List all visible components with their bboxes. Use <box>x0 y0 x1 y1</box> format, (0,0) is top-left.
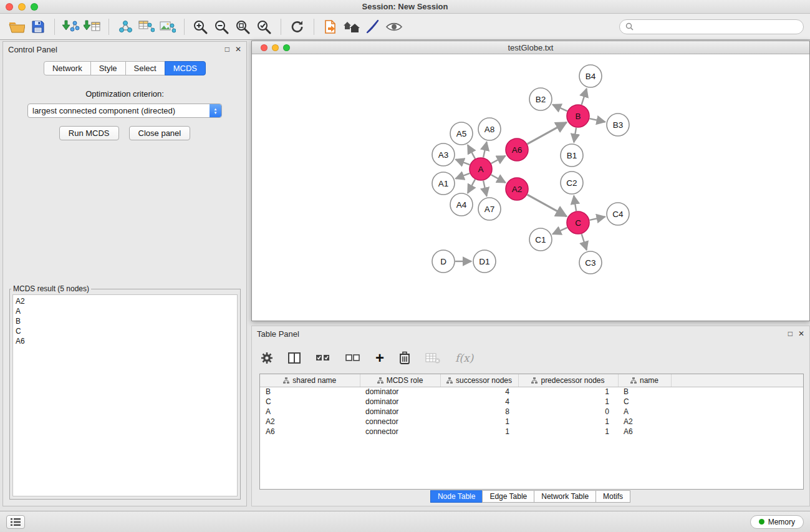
table-row[interactable]: A2connector11A2 <box>260 417 804 427</box>
network-edge[interactable] <box>590 216 605 220</box>
network-edge[interactable] <box>528 195 567 216</box>
zoom-window-icon[interactable] <box>31 3 38 11</box>
zoom-selected-button[interactable] <box>254 17 275 37</box>
node-table[interactable]: shared nameMCDS rolesuccessor nodesprede… <box>259 374 804 490</box>
network-edge[interactable] <box>456 173 470 179</box>
network-edge[interactable] <box>456 160 470 165</box>
network-node[interactable]: B <box>567 105 589 127</box>
table-cell[interactable]: 0 <box>518 407 618 417</box>
network-edge[interactable] <box>483 142 486 158</box>
table-cell[interactable]: A <box>260 407 360 417</box>
memory-button[interactable]: Memory <box>750 515 804 529</box>
tab-node-table[interactable]: Node Table <box>430 490 483 503</box>
table-cell[interactable]: 1 <box>518 387 618 397</box>
column-header[interactable]: name <box>618 374 671 387</box>
minimize-network-icon[interactable] <box>272 44 279 51</box>
result-item[interactable]: B <box>16 316 234 326</box>
network-node[interactable]: D1 <box>473 250 496 273</box>
table-cell[interactable]: 1 <box>518 397 618 407</box>
network-graph[interactable]: B4B2BB3A8A5A6A3B1AC2A1A2A4A7C4CC1C3DD1 <box>252 55 809 321</box>
column-header[interactable]: successor nodes <box>440 374 518 387</box>
close-panel-button[interactable]: Close panel <box>129 126 191 140</box>
table-cell[interactable]: 8 <box>440 407 518 417</box>
close-window-icon[interactable] <box>6 3 13 11</box>
run-mcds-button[interactable]: Run MCDS <box>59 126 119 140</box>
network-edge[interactable] <box>483 181 486 196</box>
table-settings-button[interactable] <box>261 352 273 364</box>
network-edge[interactable] <box>528 122 567 144</box>
home-button[interactable] <box>341 17 362 37</box>
close-network-icon[interactable] <box>261 44 268 51</box>
network-node[interactable]: B2 <box>529 88 552 110</box>
result-item[interactable]: C <box>16 326 234 336</box>
tab-mcds[interactable]: MCDS <box>165 61 206 75</box>
table-cell[interactable]: dominator <box>360 407 440 417</box>
export-document-button[interactable] <box>320 17 341 37</box>
close-panel-icon[interactable]: ✕ <box>235 45 241 54</box>
paint-style-button[interactable] <box>362 17 383 37</box>
table-cell[interactable]: 4 <box>440 397 518 407</box>
deselect-all-button[interactable] <box>345 353 360 363</box>
network-node[interactable]: C <box>567 211 589 234</box>
table-cell[interactable]: A2 <box>618 417 671 427</box>
network-node[interactable]: A8 <box>478 118 501 140</box>
mcds-result-list[interactable]: A2ABCA6 <box>12 294 238 496</box>
network-edge[interactable] <box>468 145 475 158</box>
table-cell[interactable]: connector <box>360 427 440 437</box>
zoom-network-icon[interactable] <box>283 44 290 51</box>
new-network-button[interactable] <box>115 17 136 37</box>
table-cell[interactable]: dominator <box>360 387 440 397</box>
zoom-out-button[interactable] <box>211 17 233 37</box>
table-cell[interactable]: 1 <box>518 417 618 427</box>
result-item[interactable]: A6 <box>16 336 234 346</box>
open-file-button[interactable] <box>6 17 27 37</box>
table-cell[interactable]: 1 <box>518 427 618 437</box>
network-node[interactable]: C2 <box>561 172 583 194</box>
search-input[interactable] <box>637 22 798 31</box>
table-cell[interactable]: B <box>618 387 671 397</box>
network-edge[interactable] <box>491 156 506 163</box>
minimize-window-icon[interactable] <box>18 3 26 11</box>
network-node[interactable]: B3 <box>607 114 629 136</box>
table-cell[interactable]: connector <box>360 417 440 427</box>
network-node[interactable]: B4 <box>579 65 602 87</box>
float-table-panel-icon[interactable]: □ <box>788 329 793 338</box>
show-hide-button[interactable] <box>383 17 405 37</box>
show-columns-button[interactable] <box>288 352 301 364</box>
network-node[interactable]: A <box>470 158 492 180</box>
table-row[interactable]: Cdominator41C <box>260 397 804 407</box>
zoom-fit-button[interactable] <box>233 17 254 37</box>
optimization-criterion-select[interactable]: largest connected component (directed) ▲… <box>27 104 222 118</box>
network-edge[interactable] <box>574 128 576 142</box>
refresh-button[interactable] <box>287 17 308 37</box>
column-header[interactable]: predecessor nodes <box>518 374 618 387</box>
network-node[interactable]: C3 <box>579 251 602 274</box>
result-item[interactable]: A <box>16 306 234 316</box>
save-session-button[interactable] <box>27 17 49 37</box>
new-table-button[interactable] <box>136 17 157 37</box>
network-image-button[interactable] <box>157 17 178 37</box>
network-node[interactable]: A4 <box>450 193 473 216</box>
table-cell[interactable]: 1 <box>440 427 518 437</box>
task-history-button[interactable] <box>6 515 25 529</box>
network-node[interactable]: A7 <box>478 198 501 220</box>
import-table-button[interactable] <box>82 17 103 37</box>
network-edge[interactable] <box>552 228 567 235</box>
table-cell[interactable]: C <box>260 397 360 407</box>
tab-network-table[interactable]: Network Table <box>534 490 596 503</box>
close-table-panel-icon[interactable]: ✕ <box>798 329 804 338</box>
table-row[interactable]: Bdominator41B <box>260 387 804 397</box>
column-header[interactable]: MCDS role <box>360 374 440 387</box>
network-node[interactable]: A1 <box>432 172 455 195</box>
network-edge[interactable] <box>552 105 567 112</box>
table-row[interactable]: Adominator80A <box>260 407 804 417</box>
table-cell[interactable]: A6 <box>618 427 671 437</box>
network-node[interactable]: D <box>432 250 455 273</box>
zoom-in-button[interactable] <box>190 17 211 37</box>
network-node[interactable]: A5 <box>450 122 473 145</box>
network-edge[interactable] <box>582 234 587 250</box>
tab-motifs[interactable]: Motifs <box>595 490 630 503</box>
delete-column-button[interactable] <box>399 351 410 365</box>
table-cell[interactable]: C <box>618 397 671 407</box>
network-node[interactable]: C1 <box>529 228 552 251</box>
